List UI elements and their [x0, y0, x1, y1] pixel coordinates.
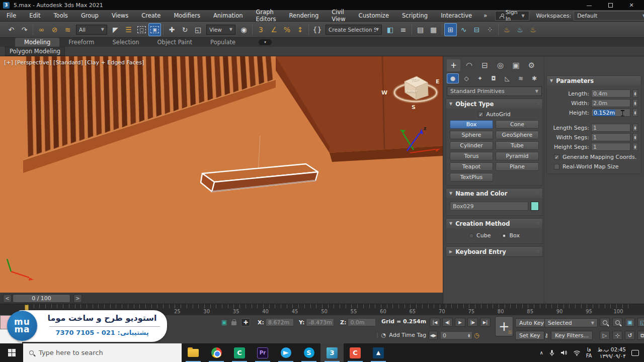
- parameter-field-height[interactable]: 0.152m: [591, 109, 630, 117]
- menu-interactive[interactable]: Interactive: [434, 10, 478, 22]
- create-tab[interactable]: +: [447, 59, 460, 71]
- space-warps-category[interactable]: ≋: [515, 73, 527, 83]
- tab-selection[interactable]: Selection: [104, 38, 148, 47]
- viewport-menu-shading[interactable]: [Clay + Edged Faces]: [85, 59, 144, 66]
- previous-frame-icon[interactable]: ◀|: [442, 318, 453, 327]
- language-indicator[interactable]: فا FA: [586, 347, 592, 359]
- selection-set-dropdown[interactable]: Selected ▼: [544, 318, 598, 327]
- taskbar-search[interactable]: Type here to search: [23, 343, 182, 362]
- primitive-button-textplus[interactable]: TextPlus: [450, 173, 493, 182]
- viewcube-front-face[interactable]: FRONT: [406, 89, 418, 93]
- menu-modifiers[interactable]: Modifiers: [167, 10, 207, 22]
- systems-category[interactable]: ✱: [528, 73, 540, 83]
- primitive-button-cylinder[interactable]: Cylinder: [450, 141, 493, 150]
- menu-animation[interactable]: Animation: [207, 10, 250, 22]
- key-mode-toggle-icon[interactable]: ◀▶: [429, 331, 438, 340]
- bind-to-space-warp-icon[interactable]: ≋: [61, 23, 74, 36]
- next-frame-arrow[interactable]: >: [73, 294, 82, 303]
- primitive-button-tube[interactable]: Tube: [496, 141, 539, 150]
- use-pivot-point-center-icon[interactable]: ◉: [237, 23, 250, 36]
- generate-mapping-coords--checkbox[interactable]: ✓: [554, 154, 559, 160]
- go-to-start-icon[interactable]: |◀: [430, 318, 440, 327]
- select-object-icon[interactable]: ◤: [109, 23, 122, 36]
- zoom-icon[interactable]: [600, 318, 610, 327]
- object-color-swatch[interactable]: [531, 202, 539, 211]
- viewport-menu-general[interactable]: [+]: [4, 59, 13, 66]
- polygon-modeling-panel[interactable]: Polygon Modeling: [5, 47, 65, 56]
- shapes-category[interactable]: ◇: [460, 73, 472, 83]
- microphone-icon[interactable]: [549, 349, 555, 356]
- workspaces-dropdown[interactable]: Default ▼: [574, 11, 644, 21]
- toggle-ribbon-icon[interactable]: ⊞: [444, 23, 457, 36]
- cameras-category[interactable]: ◘: [488, 73, 500, 83]
- start-button[interactable]: [0, 343, 23, 362]
- primitive-button-geosphere[interactable]: GeoSphere: [496, 131, 539, 139]
- spinner-icon[interactable]: ▲▼: [468, 333, 470, 337]
- clock[interactable]: 02:45 ب.ظ ۱۳۹۹/۰۹/۰۴: [597, 346, 626, 359]
- minimize-button[interactable]: —: [579, 0, 600, 10]
- reference-coordinate-system-dropdown[interactable]: View▼: [206, 25, 235, 35]
- key-filters-button[interactable]: Key Filters...: [551, 331, 593, 340]
- object-name-field[interactable]: Box029: [450, 202, 528, 211]
- toggle-layer-explorer-icon[interactable]: ▦: [427, 23, 440, 36]
- 3ds-max-icon[interactable]: 3: [320, 343, 344, 362]
- field-of-view-icon[interactable]: ▷: [600, 331, 610, 340]
- display-tab[interactable]: ▣: [509, 59, 523, 71]
- parameters-rollout-header[interactable]: ▼ Parameters ∷: [547, 76, 641, 85]
- ribbon-collapse-button[interactable]: ▾: [259, 39, 272, 45]
- percent-snap-toggle-icon[interactable]: %: [281, 23, 293, 36]
- window-crossing-selection-icon[interactable]: ▣: [148, 23, 161, 36]
- tab-freeform[interactable]: Freeform: [59, 38, 103, 47]
- select-and-rotate-icon[interactable]: ↻: [179, 23, 191, 36]
- creation-method-box[interactable]: Box: [502, 232, 519, 239]
- menu-graph-editors[interactable]: Graph Editors: [250, 10, 283, 22]
- menu-overflow-chevron[interactable]: »: [478, 12, 492, 19]
- align-icon[interactable]: ≡: [397, 23, 410, 36]
- file-explorer-icon[interactable]: [182, 343, 205, 362]
- zoom-all-icon[interactable]: [612, 318, 622, 327]
- menu-scripting[interactable]: Scripting: [395, 10, 434, 22]
- previous-frame-arrow[interactable]: <: [3, 294, 12, 303]
- helpers-category[interactable]: ◺: [501, 73, 513, 83]
- pan-hand-icon[interactable]: ⊹: [612, 331, 622, 340]
- viewcube-top-face[interactable]: TOP: [412, 78, 420, 82]
- undo-icon[interactable]: ↶: [5, 23, 18, 36]
- go-to-end-icon[interactable]: ▶|: [480, 318, 491, 327]
- z-coordinate-field[interactable]: 0.0m: [348, 318, 376, 326]
- menu-tools[interactable]: Tools: [47, 10, 74, 22]
- named-selection-sets-dropdown[interactable]: Create Selection Se▼: [326, 25, 382, 35]
- menu-civil-view[interactable]: Civil View: [325, 10, 352, 22]
- wifi-icon[interactable]: [573, 350, 581, 356]
- primitive-button-pyramid[interactable]: Pyramid: [496, 152, 539, 160]
- menu-rendering[interactable]: Rendering: [283, 10, 326, 22]
- parameter-field-width[interactable]: 2.0m: [591, 99, 630, 107]
- primitive-button-cone[interactable]: Cone: [496, 120, 539, 129]
- spinner-icon[interactable]: ▲▼: [632, 109, 638, 117]
- angle-snap-toggle-icon[interactable]: ∠: [268, 23, 280, 36]
- spinner-icon[interactable]: ▲▼: [632, 89, 638, 98]
- spinner-icon[interactable]: ▲▼: [632, 99, 638, 107]
- creation-method-cube[interactable]: Cube: [469, 232, 491, 239]
- rectangular-selection-region-icon[interactable]: ▢: [135, 23, 148, 36]
- show-hidden-icons-chevron[interactable]: ∧: [539, 350, 543, 355]
- primitive-button-teapot[interactable]: Teapot: [450, 162, 493, 171]
- set-key-button[interactable]: Set Key: [515, 331, 544, 340]
- toggle-scene-explorer-icon[interactable]: ▤: [414, 23, 427, 36]
- menu-customize[interactable]: Customize: [352, 10, 395, 22]
- keyboard-entry-rollout-header[interactable]: ▶ Keyboard Entry ∷: [446, 247, 542, 256]
- curve-editor-icon[interactable]: ∿: [457, 23, 470, 36]
- set-key-mode-icon[interactable]: ⚷: [544, 332, 548, 339]
- skype-icon[interactable]: S: [297, 343, 320, 362]
- time-slider[interactable]: 0 / 100: [13, 294, 70, 303]
- tab-populate[interactable]: Populate: [201, 38, 245, 47]
- schematic-view-icon[interactable]: ⊟: [470, 23, 483, 36]
- maximize-viewport-toggle-icon[interactable]: ⧉: [637, 331, 644, 340]
- menu-file[interactable]: File: [0, 10, 23, 22]
- menu-create[interactable]: Create: [135, 10, 167, 22]
- viewport-menu-pov[interactable]: [Perspective]: [15, 59, 51, 66]
- absolute-mode-transform-icon[interactable]: ✚: [241, 318, 250, 326]
- parameter-field-lengthsegs[interactable]: 1: [591, 124, 630, 132]
- isolate-selection-icon[interactable]: ▣: [221, 319, 227, 326]
- tab-modeling[interactable]: Modeling: [15, 38, 59, 47]
- spinner-snap-toggle-icon[interactable]: ↕: [294, 23, 306, 36]
